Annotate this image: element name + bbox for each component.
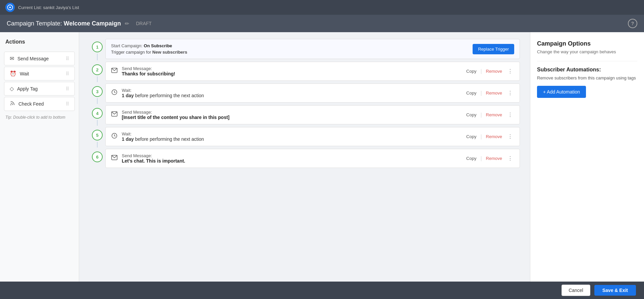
- step1-label: Start Campaign: On Subscribe: [111, 43, 469, 48]
- sidebar-title: Actions: [0, 39, 79, 50]
- remove-button-4[interactable]: Remove: [485, 112, 503, 118]
- step2-bold: Thanks for subscribing!: [122, 71, 461, 76]
- step-circle-2: 2: [92, 64, 103, 75]
- remove-button-6[interactable]: Remove: [485, 155, 503, 162]
- more-button-2[interactable]: ⋮: [506, 67, 514, 75]
- panel-divider: [537, 61, 637, 61]
- step-circle-4: 4: [92, 108, 103, 119]
- apply-tag-label: Apply Tag: [17, 86, 38, 92]
- more-button-4[interactable]: ⋮: [506, 111, 514, 119]
- check-feed-icon: [10, 101, 15, 107]
- save-exit-button[interactable]: Save & Exit: [594, 285, 636, 296]
- drag-handle-check-feed[interactable]: ⠿: [66, 101, 69, 107]
- send-message-icon-4: [111, 111, 118, 119]
- campaign-options-subtitle: Change the way your campaign behaves: [537, 49, 637, 54]
- wait-icon-5: [111, 132, 118, 141]
- step6-bold: Let's chat. This is important.: [122, 158, 461, 164]
- action-send-message[interactable]: ✉ Send Message ⠿: [4, 52, 75, 65]
- copy-button-6[interactable]: Copy: [465, 155, 478, 162]
- main-layout: Actions ✉ Send Message ⠿ ⏰ Wait ⠿ ◇ Appl…: [0, 32, 644, 282]
- step1-sub: Trigger campaign for New subscribers: [111, 50, 469, 55]
- right-panel: Campaign Options Change the way your cam…: [530, 32, 644, 282]
- action-wait[interactable]: ⏰ Wait ⠿: [4, 67, 75, 80]
- more-button-3[interactable]: ⋮: [506, 89, 514, 97]
- remove-button-2[interactable]: Remove: [485, 68, 503, 74]
- wait-icon-3: [111, 89, 118, 97]
- copy-button-5[interactable]: Copy: [465, 133, 478, 140]
- step6-label: Send Message:: [122, 153, 461, 158]
- add-automation-button[interactable]: + Add Automation: [537, 86, 586, 98]
- campaign-options-title: Campaign Options: [537, 40, 637, 47]
- step3-content: 1 day before performing the next action: [122, 93, 461, 98]
- send-message-label: Send Message: [17, 56, 49, 61]
- sidebar-tip: Tip: Double-click to add to bottom: [0, 112, 79, 122]
- sidebar: Actions ✉ Send Message ⠿ ⏰ Wait ⠿ ◇ Appl…: [0, 32, 79, 282]
- current-list-label: Current List: sankit Javiya's List: [18, 5, 79, 10]
- more-button-6[interactable]: ⋮: [506, 155, 514, 162]
- step-circle-1: 1: [92, 42, 103, 52]
- step-circle-3: 3: [92, 86, 103, 97]
- step-card-3: Wait: 1 day before performing the next a…: [105, 83, 520, 103]
- wait-icon: ⏰: [10, 70, 16, 77]
- step2-label: Send Message:: [122, 66, 461, 71]
- replace-trigger-button[interactable]: Replace Trigger: [473, 44, 514, 54]
- step-circle-6: 6: [92, 152, 103, 162]
- send-message-icon-2: [111, 67, 118, 75]
- copy-button-3[interactable]: Copy: [465, 90, 478, 96]
- step3-label: Wait:: [122, 88, 461, 93]
- step4-label: Send Message:: [122, 110, 461, 115]
- remove-button-5[interactable]: Remove: [485, 133, 503, 140]
- app-logo: [5, 3, 15, 12]
- apply-tag-icon: ◇: [10, 85, 14, 92]
- step-card-4: Send Message: [Insert title of the conte…: [105, 105, 520, 124]
- svg-point-1: [11, 105, 11, 105]
- send-message-icon: ✉: [10, 55, 14, 62]
- step4-bold: [Insert title of the content you share i…: [122, 115, 461, 120]
- copy-button-4[interactable]: Copy: [465, 112, 478, 118]
- copy-button-2[interactable]: Copy: [465, 68, 478, 74]
- remove-button-3[interactable]: Remove: [485, 90, 503, 96]
- footer: Cancel Save & Exit: [0, 282, 644, 299]
- step-circle-5: 5: [92, 130, 103, 140]
- action-check-feed[interactable]: Check Feed ⠿: [4, 97, 75, 111]
- wait-label: Wait: [20, 71, 29, 76]
- step5-label: Wait:: [122, 131, 461, 136]
- send-message-icon-6: [111, 154, 118, 163]
- action-apply-tag[interactable]: ◇ Apply Tag ⠿: [4, 82, 75, 96]
- draft-badge: DRAFT: [136, 21, 152, 26]
- campaign-header: Campaign Template: Welcome Campaign ✏ DR…: [0, 15, 644, 32]
- automations-desc: Remove subscribers from this campaign us…: [537, 75, 637, 80]
- more-button-5[interactable]: ⋮: [506, 133, 514, 140]
- edit-icon[interactable]: ✏: [125, 20, 129, 27]
- step-card-2: Send Message: Thanks for subscribing! Co…: [105, 62, 520, 81]
- step-card-5: Wait: 1 day before performing the next a…: [105, 127, 520, 146]
- drag-handle-apply-tag[interactable]: ⠿: [66, 86, 69, 92]
- top-nav: Current List: sankit Javiya's List: [0, 0, 644, 15]
- help-icon[interactable]: ?: [628, 19, 637, 28]
- step5-content: 1 day before performing the next action: [122, 136, 461, 142]
- center-content: 1 Start Campaign: On Subscribe Trigger c…: [79, 32, 530, 282]
- drag-handle-wait[interactable]: ⠿: [66, 71, 69, 76]
- check-feed-label: Check Feed: [18, 101, 44, 107]
- step-card-1: Start Campaign: On Subscribe Trigger cam…: [105, 39, 520, 59]
- campaign-header-title: Campaign Template: Welcome Campaign: [7, 20, 121, 27]
- drag-handle-send-message[interactable]: ⠿: [66, 56, 69, 61]
- step-card-6: Send Message: Let's chat. This is import…: [105, 149, 520, 168]
- automations-title: Subscriber Automations:: [537, 67, 637, 73]
- cancel-button[interactable]: Cancel: [561, 285, 590, 296]
